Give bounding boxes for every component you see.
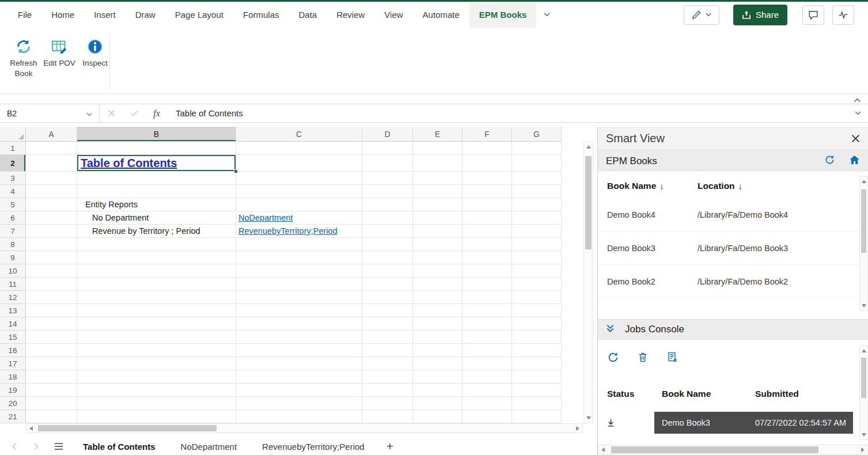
cell-D16[interactable] [362, 344, 413, 357]
cell-B19[interactable] [77, 384, 236, 397]
cell-G10[interactable] [512, 264, 562, 278]
cell-A1[interactable] [26, 142, 77, 155]
cell-B1[interactable] [77, 142, 236, 155]
cell-A11[interactable] [26, 278, 77, 291]
cell-D9[interactable] [362, 251, 413, 264]
cell-E2[interactable] [413, 155, 463, 172]
cell-F4[interactable] [463, 185, 512, 198]
cell-E18[interactable] [413, 370, 463, 384]
cell-G18[interactable] [512, 370, 562, 384]
cell-A20[interactable] [26, 397, 77, 410]
sheet-list-menu-icon[interactable] [47, 438, 70, 455]
row-header-20[interactable]: 20 [0, 397, 26, 410]
row-header-18[interactable]: 18 [0, 370, 26, 384]
share-button[interactable]: Share [733, 5, 787, 25]
cell-C7[interactable]: RevenuebyTerritory;Period [236, 225, 362, 238]
cell-G14[interactable] [512, 317, 562, 331]
cell-B15[interactable] [77, 331, 236, 344]
select-all-corner[interactable] [0, 127, 26, 142]
clear-jobs-icon[interactable] [666, 351, 678, 366]
home-icon[interactable] [849, 154, 860, 168]
cell-A9[interactable] [26, 251, 77, 264]
scroll-down-arrow[interactable] [860, 430, 867, 439]
column-header-A[interactable]: A [26, 127, 77, 142]
cell-F20[interactable] [463, 397, 512, 410]
scroll-down-arrow[interactable] [860, 301, 867, 310]
scrollbar-thumb[interactable] [38, 425, 217, 431]
cell-E17[interactable] [413, 357, 463, 370]
cell-A19[interactable] [26, 384, 77, 397]
cell-G1[interactable] [512, 142, 562, 155]
cell-B7[interactable]: Revenue by Territory ; Period [77, 225, 236, 238]
jobs-table-row[interactable]: Demo Book307/27/2022 02:54:57 AM [598, 412, 868, 434]
cell-C8[interactable] [236, 238, 362, 251]
refresh-book-button[interactable]: Refresh Book [7, 35, 40, 93]
row-header-6[interactable]: 6 [0, 211, 26, 225]
column-header-status[interactable]: Status [607, 389, 662, 399]
cell-E5[interactable] [413, 198, 463, 211]
cell-C10[interactable] [236, 264, 362, 278]
cell-D12[interactable] [362, 291, 413, 304]
scrollbar-thumb[interactable] [585, 156, 592, 249]
cell-D15[interactable] [362, 331, 413, 344]
cell-C12[interactable] [236, 291, 362, 304]
cell-D14[interactable] [362, 317, 413, 331]
cell-G3[interactable] [512, 172, 562, 185]
cell-A7[interactable] [26, 225, 77, 238]
cell-E12[interactable] [413, 291, 463, 304]
cell-F13[interactable] [463, 304, 512, 317]
cell-F3[interactable] [463, 172, 512, 185]
cell-D10[interactable] [362, 264, 413, 278]
scroll-right-arrow[interactable] [858, 445, 867, 454]
cell-F19[interactable] [463, 384, 512, 397]
cell-F18[interactable] [463, 370, 512, 384]
cell-B2[interactable]: Table of Contents [77, 155, 236, 172]
add-sheet-button[interactable]: + [377, 438, 403, 455]
cell-D13[interactable] [362, 304, 413, 317]
scrollbar-thumb[interactable] [611, 446, 818, 453]
cell-B11[interactable] [77, 278, 236, 291]
cell-E16[interactable] [413, 344, 463, 357]
row-header-21[interactable]: 21 [0, 410, 26, 423]
menu-tab-file[interactable]: File [8, 2, 41, 28]
cell-C21[interactable] [236, 410, 362, 423]
cell-C20[interactable] [236, 397, 362, 410]
row-header-15[interactable]: 15 [0, 331, 26, 344]
cell-C1[interactable] [236, 142, 362, 155]
menu-tab-automate[interactable]: Automate [413, 2, 469, 28]
inspect-button[interactable]: Inspect [78, 35, 112, 93]
name-box[interactable]: B2 [0, 104, 100, 122]
comments-button[interactable] [802, 5, 824, 25]
cell-G17[interactable] [512, 357, 562, 370]
cell-D7[interactable] [362, 225, 413, 238]
menu-tab-data[interactable]: Data [289, 2, 327, 28]
cell-A18[interactable] [26, 370, 77, 384]
scroll-up-arrow[interactable] [860, 177, 867, 186]
cell-G20[interactable] [512, 397, 562, 410]
cell-F21[interactable] [463, 410, 512, 423]
cell-F2[interactable] [463, 155, 512, 172]
cell-G19[interactable] [512, 384, 562, 397]
cell-A13[interactable] [26, 304, 77, 317]
cell-F15[interactable] [463, 331, 512, 344]
cell-G7[interactable] [512, 225, 562, 238]
row-header-7[interactable]: 7 [0, 225, 26, 238]
cell-G6[interactable] [512, 211, 562, 225]
cell-A15[interactable] [26, 331, 77, 344]
cell-A3[interactable] [26, 172, 77, 185]
column-header-location[interactable]: Location↓ [698, 181, 742, 191]
menu-tab-draw[interactable]: Draw [126, 2, 165, 28]
cell-B18[interactable] [77, 370, 236, 384]
cell-C16[interactable] [236, 344, 362, 357]
cell-F17[interactable] [463, 357, 512, 370]
cell-D19[interactable] [362, 384, 413, 397]
cell-C13[interactable] [236, 304, 362, 317]
row-header-17[interactable]: 17 [0, 357, 26, 370]
cell-F10[interactable] [463, 264, 512, 278]
epm-book-row[interactable]: Demo Book4/Library/Fa/Demo Book4 [598, 198, 868, 232]
cell-C6[interactable]: NoDepartment [236, 211, 362, 225]
cell-D4[interactable] [362, 185, 413, 198]
cell-G4[interactable] [512, 185, 562, 198]
column-header-G[interactable]: G [512, 127, 562, 142]
row-header-13[interactable]: 13 [0, 304, 26, 317]
